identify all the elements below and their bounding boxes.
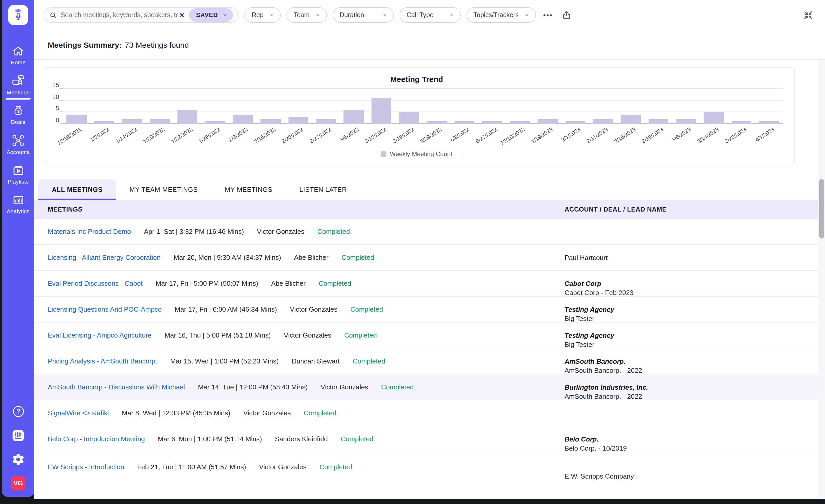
share-export-icon[interactable] [561, 10, 572, 20]
clear-search-icon[interactable]: ✕ [178, 11, 189, 19]
account-name: Cabot Corp [565, 279, 601, 287]
sidebar-item-analytics[interactable]: Analytics [2, 189, 34, 218]
tab-my-meetings[interactable]: MY MEETINGS [211, 179, 286, 200]
tab-my-team-meetings[interactable]: MY TEAM MEETINGS [116, 179, 211, 200]
bar-2-11-2023 [593, 119, 613, 124]
chart-y-axis: 051015 [50, 89, 63, 124]
table-row: Eval Period Discussons - CabotMar 17, Fr… [34, 271, 825, 297]
filter-call-type[interactable]: Call Type [399, 7, 460, 23]
topbar: ✕ SAVED RepTeamDurationCall TypeTopics/T… [34, 0, 825, 30]
deal-name: Big Tester [565, 340, 594, 348]
meeting-rep: Victor Gonzales [321, 383, 368, 391]
saved-dropdown[interactable]: SAVED [189, 8, 233, 22]
meeting-title-link[interactable]: Licensing Questions And POC-Ampco [48, 306, 162, 313]
meeting-title-link[interactable]: Belo Corp - Introduction Meeting [48, 435, 145, 443]
sidebar: HomeMeetings$Deals$AccountsPlaylistsAnal… [2, 0, 34, 497]
legend-label: Weekly Meeting Count [390, 150, 452, 158]
meeting-cell: Materials Inc Product DemoApr 1, Sat | 3… [34, 219, 565, 244]
search-input[interactable] [61, 11, 178, 19]
meeting-cell: Licensing Questions And POC-AmpcoMar 17,… [34, 297, 565, 322]
table-row: Licensing Questions And POC-AmpcoMar 17,… [34, 297, 825, 323]
topbar-actions [542, 10, 572, 20]
meeting-title-link[interactable]: Eval Licensing - Ampco Agriculture [48, 331, 152, 339]
meeting-title-link[interactable]: AmSouth Bancorp - Discussions With Micha… [48, 383, 185, 391]
table-row: Eval Licensing - Ampco AgricultureMar 16… [34, 323, 825, 348]
sidebar-item-label: Accounts [6, 149, 30, 155]
x-tick-label: 6/8/2022 [449, 126, 470, 143]
settings-icon[interactable] [11, 453, 25, 466]
meeting-rep: Victor Gonzales [257, 228, 304, 235]
filter-rep[interactable]: Rep [244, 7, 281, 23]
meetings-tabs: ALL MEETINGSMY TEAM MEETINGSMY MEETINGSL… [39, 179, 825, 200]
account-cell: Cabot CorpCabot Corp - Feb 2023 [565, 271, 825, 296]
meeting-datetime: Mar 15, Wed | 1:00 PM (52:23 Mins) [170, 357, 279, 365]
meeting-datetime: Mar 16, Thu | 5:00 PM (51:18 Mins) [164, 331, 271, 339]
table-row: EW Scripps - IntroductionFeb 21, Tue | 1… [34, 452, 825, 482]
chart-bars [63, 89, 783, 124]
playlists-icon [12, 164, 25, 177]
account-name: Testing Agency [565, 306, 614, 313]
sidebar-item-playlists[interactable]: Playlists [2, 159, 34, 189]
filter-team[interactable]: Team [286, 7, 327, 23]
meeting-datetime: Mar 17, Fri | 6:00 AM (46:34 Mins) [174, 306, 277, 313]
meeting-title-link[interactable]: EW Scripps - Introduction [48, 463, 124, 471]
account-cell: E.W. Scripps Company [565, 452, 825, 482]
table-row: Belo Corp - Introduction MeetingMar 6, M… [34, 426, 825, 452]
bar-1-29-2022 [205, 121, 225, 124]
x-tick-label: 4/1/2023 [754, 126, 775, 143]
more-options-icon[interactable] [542, 10, 553, 20]
x-tick-label: 3/5/2022 [338, 126, 360, 143]
bar-2-20-2022 [288, 117, 308, 124]
scrollbar-thumb[interactable] [819, 179, 824, 239]
account-cell: Burlington Industries, Inc.AmSouth Banco… [565, 374, 825, 400]
bar-6-27-2022 [482, 121, 502, 124]
sidebar-item-accounts[interactable]: $Accounts [2, 129, 34, 159]
meeting-status: Completed [342, 254, 374, 261]
meeting-title-link[interactable]: Eval Period Discussons - Cabot [48, 279, 143, 287]
bar-2-27-2022 [316, 119, 336, 124]
sidebar-item-meetings[interactable]: Meetings [2, 70, 34, 99]
chevron-down-icon [222, 12, 228, 18]
meeting-datetime: Apr 1, Sat | 3:32 PM (16:46 Mins) [144, 228, 244, 235]
account-cell [565, 219, 825, 244]
account-name: AmSouth Bancorp. [565, 357, 625, 365]
bar-1-22-2022 [177, 110, 198, 124]
tab-listen-later[interactable]: LISTEN LATER [286, 179, 360, 200]
scrollbar-track[interactable] [818, 60, 825, 499]
meeting-datetime: Mar 14, Tue | 12:00 PM (58:43 Mins) [198, 383, 308, 391]
sidebar-item-label: Meetings [7, 89, 29, 95]
account-name: Belo Corp. [565, 435, 599, 443]
lead-name: Paul Hartcourt [565, 254, 608, 261]
bar-3-6-2023 [676, 119, 696, 124]
account-cell: Testing AgencyBig Tester [565, 297, 825, 322]
meeting-cell: EW Scripps - IntroductionFeb 21, Tue | 1… [34, 452, 565, 482]
meeting-title-link[interactable]: Licensing - Alliant Energy Corporation [48, 254, 161, 261]
meeting-cell: Pricing Analysis - AmSouth Bancorp.Mar 1… [34, 348, 565, 374]
intercom-icon[interactable] [11, 428, 25, 443]
tab-all-meetings[interactable]: ALL MEETINGS [39, 179, 116, 200]
meeting-title-link[interactable]: Materials Inc Product Demo [48, 228, 131, 235]
accounts-icon: $ [11, 134, 25, 147]
sidebar-item-home[interactable]: Home [2, 40, 34, 70]
table-header: MEETINGS ACCOUNT / DEAL / LEAD NAME [34, 200, 825, 219]
sidebar-item-deals[interactable]: $Deals [2, 99, 34, 129]
deals-icon: $ [12, 104, 25, 117]
app-logo[interactable] [8, 5, 28, 25]
meeting-rep: Sanders Kleinfeld [275, 435, 328, 443]
svg-text:$: $ [17, 109, 19, 113]
chart-legend[interactable]: Weekly Meeting Count [50, 148, 783, 160]
help-icon[interactable]: ? [11, 405, 25, 418]
filter-topics-trackers[interactable]: Topics/Trackers [466, 7, 536, 23]
filter-duration[interactable]: Duration [332, 7, 393, 23]
account-cell: AmSouth Bancorp.AmSouth Bancorp. - 2022 [565, 348, 825, 374]
meeting-cell: Eval Licensing - Ampco AgricultureMar 16… [34, 323, 565, 348]
collapse-view-icon[interactable] [803, 10, 814, 21]
summary-count: 73 Meetings found [125, 40, 189, 49]
deal-name: AmSouth Bancorp. - 2022 [565, 392, 642, 400]
meeting-datetime: Mar 8, Wed | 12:03 PM (45:35 Mins) [122, 409, 230, 417]
meeting-title-link[interactable]: Pricing Analysis - AmSouth Bancorp. [48, 357, 157, 365]
chart-title: Meeting Trend [50, 75, 783, 83]
meeting-title-link[interactable]: SignalWire <> Rafiki [48, 409, 109, 417]
deal-name: Cabot Corp - Feb 2023 [565, 288, 633, 296]
avatar[interactable]: VG [11, 476, 25, 491]
